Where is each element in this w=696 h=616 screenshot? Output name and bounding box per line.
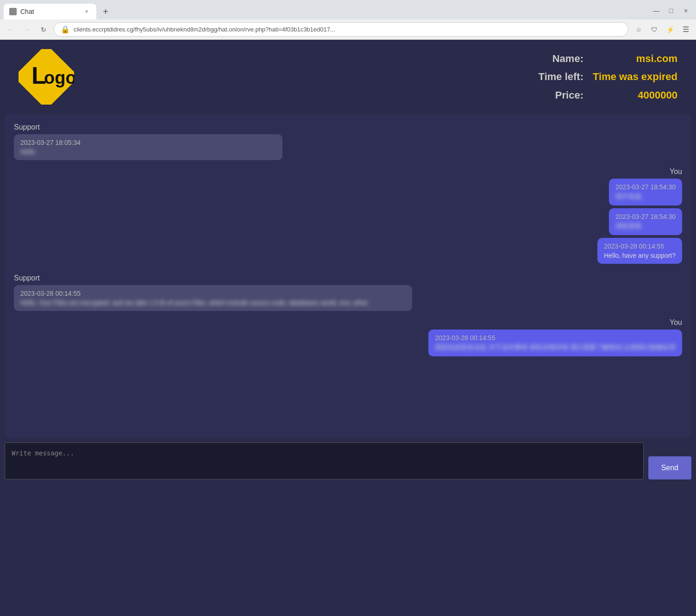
time-value: Time was expired [593,68,677,86]
svg-text:ogo: ogo [44,68,74,87]
tab-label: Chat [20,8,79,15]
name-label: Name: [74,50,583,68]
support-message-group: Support2023-03-28 00:14:55Hello, Your Fi… [14,274,682,311]
extension-icon[interactable]: ⚡ [664,23,677,36]
security-icon: 🔒 [61,25,70,34]
user-bubble: 2023-03-28 00:14:55我想知道更多信息 关于这件事情 请告诉我详… [428,330,682,356]
message-timestamp: 2023-03-28 00:14:55 [604,243,676,250]
message-text: 我不知道。 [615,193,676,201]
user-bubble: 2023-03-27 18:54:30我不知道。 [609,179,682,205]
window-close-button[interactable]: × [679,4,692,17]
header-info-values: msi.com Time was expired 4000000 [593,50,677,105]
active-tab[interactable]: Chat × [4,4,96,19]
message-text: Hello [20,148,35,156]
tab-favicon [9,8,17,15]
support-bubble: 2023-03-27 18:05:34Hello [14,134,282,160]
message-text: Hello, have any support? [604,252,676,259]
support-sender-label: Support [14,123,682,131]
logo: L ogo [19,49,74,105]
price-label: Price: [74,86,583,105]
back-button[interactable]: ← [4,23,17,36]
user-message-group: You2023-03-27 18:54:30我不知道。2023-03-27 18… [14,168,682,267]
user-bubble: 2023-03-27 18:54:30请联系我 [609,208,682,235]
page-content: L ogo Name: Time left: Price: msi.com Ti… [0,40,696,614]
message-text: 请联系我 [615,222,676,230]
navigation-bar: ← → ↻ 🔒 clients.eccrptdidres.cg/fhy5ubs/… [0,19,696,40]
message-timestamp: 2023-03-28 00:14:55 [20,290,406,297]
minimize-button[interactable]: — [650,4,663,17]
menu-button[interactable]: ☰ [679,23,692,36]
user-message-group: You2023-03-28 00:14:55我想知道更多信息 关于这件事情 请告… [14,318,682,359]
logo-container: L ogo [19,49,74,105]
tab-bar: Chat × + — □ × [0,0,696,19]
chat-input-area: Send [0,438,696,484]
forward-button[interactable]: → [20,23,33,36]
user-sender-label: You [670,318,682,327]
support-sender-label: Support [14,274,682,282]
refresh-button[interactable]: ↻ [37,23,50,36]
address-text: clients.eccrptdidres.cg/fhy5ubs/iv/uhbne… [74,26,621,33]
header-info-labels: Name: Time left: Price: [74,50,593,105]
bookmark-icon[interactable]: ☆ [632,23,645,36]
chat-wrapper: Support2023-03-27 18:05:34HelloYou2023-0… [5,114,691,438]
chat-messages[interactable]: Support2023-03-27 18:05:34HelloYou2023-0… [5,114,691,438]
browser-nav-icons: ☆ 🛡 ⚡ ☰ [632,23,692,36]
message-timestamp: 2023-03-27 18:05:34 [20,139,276,146]
message-input[interactable] [5,442,644,479]
support-bubble: 2023-03-28 00:14:55Hello, Your Files are… [14,285,412,311]
message-timestamp: 2023-03-27 18:54:30 [615,183,676,191]
support-message-group: Support2023-03-27 18:05:34Hello [14,123,682,160]
price-value: 4000000 [593,86,677,105]
user-sender-label: You [670,168,682,176]
time-left-label: Time left: [74,68,583,86]
address-bar[interactable]: 🔒 clients.eccrptdidres.cg/fhy5ubs/iv/uhb… [54,22,628,37]
browser-window: Chat × + — □ × ← → ↻ 🔒 clients.eccrptdid… [0,0,696,40]
message-timestamp: 2023-03-27 18:54:30 [615,213,676,220]
name-value: msi.com [593,50,677,68]
message-text: Hello, Your Files are encrypted, and we … [20,299,368,306]
user-bubble: 2023-03-28 00:14:55Hello, have any suppo… [597,238,682,264]
message-timestamp: 2023-03-28 00:14:55 [435,334,676,342]
send-button[interactable]: Send [648,456,691,479]
maximize-button[interactable]: □ [665,4,677,17]
tab-close-button[interactable]: × [82,7,91,16]
message-text: 我想知道更多信息 关于这件事情 请告诉我详情 我们需要了解情况 以便我们能够处理 [435,343,676,352]
shield-icon[interactable]: 🛡 [648,23,661,36]
new-tab-button[interactable]: + [98,4,113,19]
site-header: L ogo Name: Time left: Price: msi.com Ti… [0,40,696,114]
